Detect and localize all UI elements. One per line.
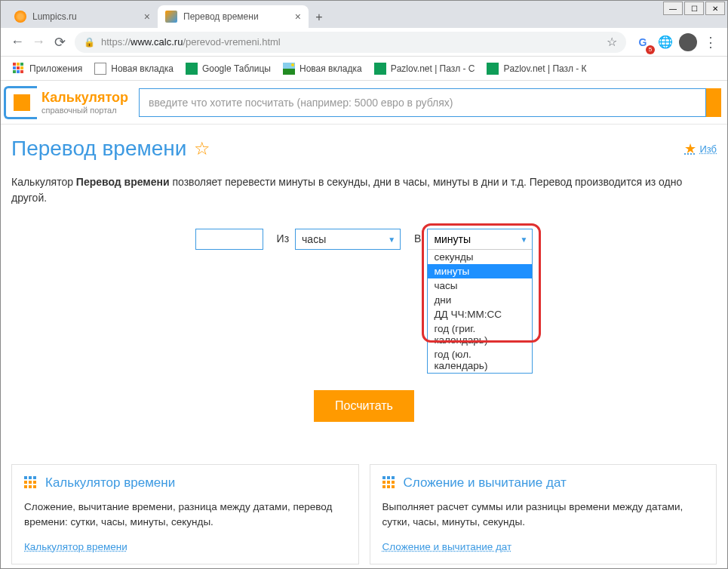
chevron-down-icon: ▼ <box>388 235 395 244</box>
extension-badge: 5 <box>646 45 655 54</box>
back-button[interactable]: ← <box>7 32 28 53</box>
bookmark-item[interactable]: Pazlov.net | Пазл - К <box>481 59 592 78</box>
close-icon[interactable]: × <box>295 11 301 23</box>
dropdown-option[interactable]: минуты <box>428 264 532 278</box>
new-tab-button[interactable]: + <box>309 7 330 28</box>
bookmark-star-icon[interactable]: ☆ <box>607 35 617 49</box>
logo-text: Калькулятор справочный портал <box>41 90 128 115</box>
sheets-icon <box>186 63 198 75</box>
dropdown-list: секунды минуты часы дни ДД ЧЧ:ММ:СС год … <box>428 249 532 373</box>
bookmark-label: Новая вкладка <box>299 63 362 74</box>
window-controls: — ☐ ✕ <box>662 2 725 15</box>
window-close-button[interactable]: ✕ <box>705 2 725 15</box>
url-field[interactable]: 🔒 https://www.calc.ru/perevod-vremeni.ht… <box>75 32 626 53</box>
card-link[interactable]: Сложение и вычитание дат <box>382 541 512 552</box>
card-title[interactable]: Калькулятор времени <box>24 475 346 491</box>
card-time-calculator: Калькулятор времени Сложение, вычитание … <box>11 464 359 564</box>
lock-icon: 🔒 <box>84 37 95 48</box>
card-description: Сложение, вычитание времени, разница меж… <box>24 500 346 531</box>
apps-icon <box>13 63 25 75</box>
grid-icon <box>24 476 38 490</box>
bookmark-item[interactable]: Pazlov.net | Пазл - С <box>368 59 481 78</box>
site-header: Калькулятор справочный портал введите чт… <box>1 81 727 125</box>
dropdown-option[interactable]: год (григ. календарь) <box>428 321 532 347</box>
site-search-input[interactable]: введите что хотите посчитать (например: … <box>139 88 706 117</box>
translate-extension-icon[interactable]: 5 <box>632 32 653 53</box>
document-icon <box>94 63 106 75</box>
globe-extension-icon[interactable]: 🌐 <box>655 32 676 53</box>
browser-tab-calc[interactable]: Перевод времени × <box>158 5 309 28</box>
to-unit-select[interactable]: минуты ▼ секунды минуты часы дни ДД ЧЧ:М… <box>427 229 533 374</box>
favorite-star-icon[interactable]: ☆ <box>194 138 210 159</box>
bookmark-label: Pazlov.net | Пазл - К <box>503 63 586 74</box>
value-input[interactable] <box>195 229 263 250</box>
tab-favicon-icon <box>165 11 177 23</box>
browser-tab-lumpics[interactable]: Lumpics.ru × <box>7 5 158 28</box>
reload-button[interactable]: ⟳ <box>49 32 70 53</box>
favorites-link[interactable]: ★ Изб <box>684 140 717 157</box>
page-description: Калькулятор Перевод времени позволяет пе… <box>11 174 717 206</box>
select-value: часы <box>302 233 326 245</box>
to-unit-select-wrapper: минуты ▼ секунды минуты часы дни ДД ЧЧ:М… <box>427 229 533 374</box>
tab-strip: Lumpics.ru × Перевод времени × + <box>1 1 727 28</box>
card-date-add-subtract: Сложение и вычитание дат Выполняет расче… <box>370 464 717 564</box>
tab-title: Lumpics.ru <box>32 11 138 22</box>
dropdown-option[interactable]: дни <box>428 293 532 307</box>
image-icon <box>283 63 295 75</box>
star-icon: ★ <box>684 140 696 157</box>
select-value-row[interactable]: минуты ▼ <box>428 229 532 249</box>
bookmarks-bar: Приложения Новая вкладка Google Таблицы … <box>1 57 727 81</box>
window-minimize-button[interactable]: — <box>663 2 683 15</box>
forward-button[interactable]: → <box>28 32 49 53</box>
page-content: Перевод времени ☆ ★ Изб Калькулятор Пере… <box>1 125 727 569</box>
tab-title: Перевод времени <box>183 11 289 22</box>
address-bar: ← → ⟳ 🔒 https://www.calc.ru/perevod-vrem… <box>1 28 727 57</box>
page-title: Перевод времени ☆ <box>11 137 210 161</box>
from-label: Из <box>277 232 289 245</box>
select-value: минуты <box>434 233 471 245</box>
site-logo[interactable]: Калькулятор справочный портал <box>4 86 128 119</box>
converter-form: Из часы ▼ В минуты ▼ секунды минуты часы… <box>11 229 717 374</box>
bookmark-item[interactable]: Новая вкладка <box>88 59 180 78</box>
grid-icon <box>382 476 396 490</box>
card-link[interactable]: Калькулятор времени <box>24 541 127 552</box>
to-label: В <box>414 232 421 245</box>
dropdown-option[interactable]: часы <box>428 278 532 293</box>
dropdown-option[interactable]: ДД ЧЧ:ММ:СС <box>428 307 532 321</box>
chevron-down-icon: ▼ <box>521 235 528 244</box>
bookmark-item[interactable]: Новая вкладка <box>277 59 368 78</box>
bookmark-item[interactable]: Google Таблицы <box>180 59 277 78</box>
menu-button[interactable]: ⋮ <box>700 32 721 53</box>
tab-favicon-icon <box>14 11 26 23</box>
window-maximize-button[interactable]: ☐ <box>684 2 704 15</box>
related-cards: Калькулятор времени Сложение, вычитание … <box>11 464 717 569</box>
bookmark-label: Новая вкладка <box>111 63 174 74</box>
calculate-button[interactable]: Посчитать <box>314 390 414 422</box>
bookmark-label: Приложения <box>29 63 82 74</box>
dropdown-option[interactable]: год (юл. календарь) <box>428 347 532 373</box>
puzzle-icon <box>374 63 386 75</box>
profile-avatar[interactable] <box>677 32 699 53</box>
card-title[interactable]: Сложение и вычитание дат <box>382 475 705 491</box>
url-text: https://www.calc.ru/perevod-vremeni.html <box>101 36 281 48</box>
puzzle-icon <box>487 63 499 75</box>
search-button[interactable] <box>706 88 721 117</box>
bookmark-apps[interactable]: Приложения <box>7 59 88 78</box>
card-description: Выполняет расчет суммы или разницы време… <box>382 500 705 531</box>
dropdown-option[interactable]: секунды <box>428 250 532 264</box>
bookmark-label: Google Таблицы <box>202 63 271 74</box>
from-unit-select[interactable]: часы ▼ <box>295 229 401 250</box>
logo-icon <box>4 86 37 119</box>
close-icon[interactable]: × <box>144 11 150 23</box>
bookmark-label: Pazlov.net | Пазл - С <box>391 63 475 74</box>
